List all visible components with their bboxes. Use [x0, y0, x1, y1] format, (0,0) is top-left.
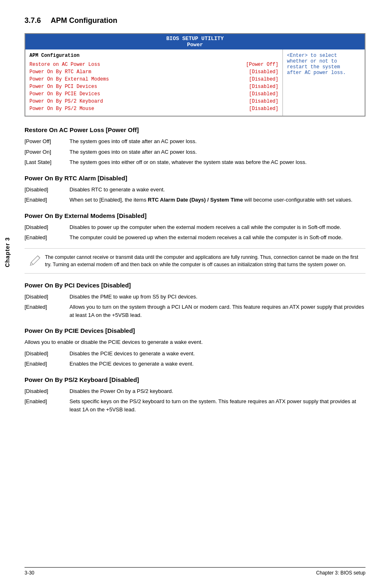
bios-row-value: [Disabled] — [249, 83, 278, 90]
def-term: [Last State] — [25, 158, 69, 166]
bios-left-panel: APM Configuration Restore on AC Power Lo… — [25, 49, 283, 116]
def-desc: The system goes into off state after an … — [69, 137, 365, 146]
def-term: [Enabled] — [25, 397, 69, 413]
def-desc: Allows you to turn on the system through… — [69, 303, 365, 319]
subsection-title: Power On By PS/2 Keyboard [Disabled] — [25, 376, 365, 383]
subsection-title: Power On By PCIE Devices [Disabled] — [25, 327, 365, 334]
bios-section-label: APM Configuration — [29, 53, 278, 58]
bios-row: Power On By RTC Alarm[Disabled] — [29, 68, 278, 76]
definition-row: [Disabled]Disables the Power On by a PS/… — [25, 387, 365, 395]
section-number: 3.7.6 — [25, 16, 41, 25]
bios-row-label: Restore on AC Power Loss — [29, 61, 100, 68]
bios-row-value: [Power Off] — [246, 61, 278, 68]
definition-row: [Disabled]Disables to power up the compu… — [25, 223, 365, 231]
definition-list: [Disabled]Disables the Power On by a PS/… — [25, 387, 365, 414]
def-desc: Disables to power up the computer when t… — [69, 223, 365, 231]
definition-row: [Last State]The system goes into either … — [25, 158, 365, 166]
bios-row: Power On By PCIE Devices[Disabled] — [29, 90, 278, 98]
chapter-sidebar-label: Chapter 3 — [4, 237, 11, 267]
def-term: [Disabled] — [25, 293, 69, 301]
bios-header: BIOS SETUP UTILITY Power — [25, 34, 365, 49]
definition-list: [Power Off]The system goes into off stat… — [25, 137, 365, 166]
footer-chapter-label: Chapter 3: BIOS setup — [316, 570, 365, 576]
bios-row-label: Power On By PCIE Devices — [29, 90, 100, 98]
pencil-icon — [25, 254, 45, 268]
bios-setup-box: BIOS SETUP UTILITY Power APM Configurati… — [25, 33, 365, 117]
bios-help-panel: <Enter> to selectwhether or not torestar… — [283, 49, 365, 116]
section-intro: Allows you to enable or disable the PCIE… — [25, 338, 365, 346]
def-term: [Disabled] — [25, 387, 69, 395]
def-desc: Disables the PME to wake up from S5 by P… — [69, 293, 365, 301]
subsection-title: Restore On AC Power Loss [Power Off] — [25, 126, 365, 133]
def-desc: The system goes into either off or on st… — [69, 158, 365, 166]
section-pci-devices: Power On By PCI Devices [Disabled][Disab… — [25, 282, 365, 319]
bios-row-value: [Disabled] — [249, 98, 278, 105]
def-term: [Enabled] — [25, 233, 69, 242]
definition-list: [Disabled]Disables RTC to generate a wak… — [25, 186, 365, 204]
bios-header-line2: Power — [25, 42, 365, 48]
section-pcie-devices: Power On By PCIE Devices [Disabled]Allow… — [25, 327, 365, 368]
definition-list: [Disabled]Disables the PME to wake up fr… — [25, 293, 365, 319]
definition-row: [Enabled]When set to [Enabled], the item… — [25, 196, 365, 204]
definition-row: [Disabled]Disables the PME to wake up fr… — [25, 293, 365, 301]
definition-row: [Enabled]Allows you to turn on the syste… — [25, 303, 365, 319]
def-term: [Enabled] — [25, 303, 69, 319]
bios-row-value: [Disabled] — [249, 90, 278, 98]
definition-row: [Disabled]Disables RTC to generate a wak… — [25, 186, 365, 194]
bios-row-value: [Disabled] — [249, 105, 278, 112]
bios-row: Power On By PS/2 Mouse[Disabled] — [29, 105, 278, 112]
section-rtc-alarm: Power On By RTC Alarm [Disabled][Disable… — [25, 175, 365, 204]
bios-help-text: <Enter> to selectwhether or not torestar… — [287, 53, 361, 76]
section-restore-ac: Restore On AC Power Loss [Power Off][Pow… — [25, 126, 365, 166]
note-box: The computer cannot receive or transmit … — [25, 248, 365, 274]
def-term: [Power On] — [25, 148, 69, 156]
bios-row-label: Power On By PCI Devices — [29, 83, 97, 90]
def-desc: The computer could be powered up when th… — [69, 233, 365, 242]
definition-list: [Disabled]Disables to power up the compu… — [25, 223, 365, 242]
def-desc: Disables the PCIE devices to generate a … — [69, 350, 365, 358]
def-term: [Disabled] — [25, 350, 69, 358]
bios-row-label: Power On By RTC Alarm — [29, 68, 91, 76]
page-footer: 3-30 Chapter 3: BIOS setup — [25, 567, 365, 576]
def-term: [Power Off] — [25, 137, 69, 146]
def-desc: Disables the Power On by a PS/2 keyboard… — [69, 387, 365, 395]
bios-row-value: [Disalbed] — [249, 76, 278, 83]
subsection-title: Power On By RTC Alarm [Disabled] — [25, 175, 365, 182]
subsection-title: Power On By PCI Devices [Disabled] — [25, 282, 365, 289]
bios-help-line: restart the system — [287, 64, 361, 70]
bios-help-line: after AC power loss. — [287, 70, 361, 76]
bios-header-line1: BIOS SETUP UTILITY — [25, 36, 365, 42]
bios-row: Restore on AC Power Loss[Power Off] — [29, 61, 278, 68]
def-term: [Disabled] — [25, 223, 69, 231]
content-sections: Restore On AC Power Loss [Power Off][Pow… — [25, 126, 365, 413]
bios-row: Power On By External Modems[Disalbed] — [29, 76, 278, 83]
bios-row-label: Power On By PS/2 Mouse — [29, 105, 94, 112]
def-desc: When set to [Enabled], the items RTC Ala… — [69, 196, 365, 204]
definition-row: [Enabled]Enables the PCIE devices to gen… — [25, 360, 365, 368]
definition-row: [Power Off]The system goes into off stat… — [25, 137, 365, 146]
definition-row: [Power On]The system goes into on state … — [25, 148, 365, 156]
bios-rows: Restore on AC Power Loss[Power Off]Power… — [29, 61, 278, 112]
bios-row: Power On By PS/2 Keyboard[Disabled] — [29, 98, 278, 105]
def-desc: Disables RTC to generate a wake event. — [69, 186, 365, 194]
section-ps2-keyboard: Power On By PS/2 Keyboard [Disabled][Dis… — [25, 376, 365, 414]
bios-row-value: [Disabled] — [249, 68, 278, 76]
definition-row: [Enabled]Sets specific keys on the PS/2 … — [25, 397, 365, 413]
definition-list: [Disabled]Disables the PCIE devices to g… — [25, 350, 365, 368]
definition-row: [Enabled]The computer could be powered u… — [25, 233, 365, 242]
def-desc: Sets specific keys on the PS/2 keyboard … — [69, 397, 365, 413]
bios-row-label: Power On By PS/2 Keyboard — [29, 98, 103, 105]
bios-row-label: Power On By External Modems — [29, 76, 109, 83]
def-term: [Enabled] — [25, 360, 69, 368]
definition-row: [Disabled]Disables the PCIE devices to g… — [25, 350, 365, 358]
def-desc: Enables the PCIE devices to generate a w… — [69, 360, 365, 368]
subsection-title: Power On By External Modems [Disabled] — [25, 212, 365, 219]
def-desc: The system goes into on state after an A… — [69, 148, 365, 156]
section-external-modems: Power On By External Modems [Disabled][D… — [25, 212, 365, 274]
footer-page-number: 3-30 — [25, 570, 34, 576]
bios-help-line: whether or not to — [287, 58, 361, 64]
def-term: [Disabled] — [25, 186, 69, 194]
bios-row: Power On By PCI Devices[Disabled] — [29, 83, 278, 90]
bios-help-line: <Enter> to select — [287, 53, 361, 58]
def-term: [Enabled] — [25, 196, 69, 204]
